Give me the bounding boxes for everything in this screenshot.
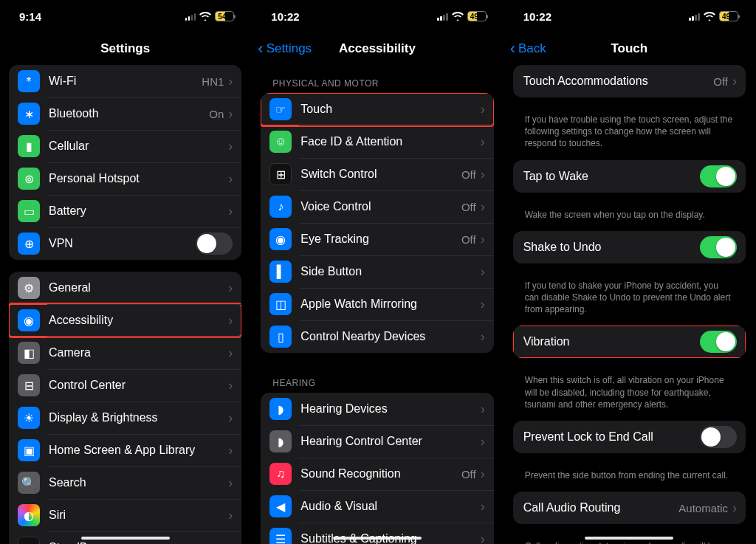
eye-tracking-row[interactable]: ◉Eye TrackingOff› [261,223,493,255]
row-label: Touch Accommodations [523,75,714,88]
toggle-knob [701,427,721,447]
chevron-right-icon: › [228,75,233,88]
chevron-right-icon: › [228,411,233,424]
cellular-signal-icon [185,13,196,21]
bluetooth-row[interactable]: ∗BluetoothOn› [9,97,241,130]
toggle-knob [716,332,735,351]
setting-group: Touch AccommodationsOff› [513,65,746,97]
voice-control-row[interactable]: ♪Voice ControlOff› [261,190,493,223]
chevron-right-icon: › [481,435,485,448]
side-button-row[interactable]: ▌Side Button› [261,255,493,288]
wifi-icon [704,12,715,21]
wi-fi-row[interactable]: ＊Wi-FiHN1› [9,65,241,97]
vibration-row[interactable]: Vibration [513,326,746,358]
home-indicator[interactable] [81,537,170,540]
accessibility-icon: ◉ [18,309,40,331]
chevron-right-icon: › [481,500,485,513]
row-label: Display & Brightness [49,411,228,424]
faceid-icon: ☺ [269,131,292,153]
camera-row[interactable]: ◧Camera› [9,337,241,369]
row-label: Apple Watch Mirroring [300,297,480,311]
siri-row[interactable]: ◐Siri› [9,499,241,531]
vpn-row[interactable]: ⊕VPN [9,227,241,260]
page-title: Touch [611,41,647,56]
chevron-right-icon: › [228,140,233,153]
row-label: Control Nearby Devices [300,330,480,343]
subtitles-captioning-row[interactable]: ☰Subtitles & Captioning› [261,523,493,544]
display-brightness-row[interactable]: ☀Display & Brightness› [9,402,241,434]
cellular-row[interactable]: ▮Cellular› [9,130,241,162]
hearing-group: ◗Hearing Devices›◗Hearing Control Center… [261,393,493,544]
row-label: Tap to Wake [523,170,700,183]
audio-visual-row[interactable]: ◀Audio & Visual› [261,490,493,523]
settings-scroll[interactable]: ＊Wi-FiHN1›∗BluetoothOn›▮Cellular›⊚Person… [0,65,250,544]
back-button[interactable]: ‹ Back [510,32,546,65]
cellular-signal-icon [689,13,700,21]
row-label: Call Audio Routing [523,501,679,514]
chevron-right-icon: › [228,379,233,392]
row-label: Wi-Fi [49,75,202,88]
personal-hotspot-row[interactable]: ⊚Personal Hotspot› [9,162,241,195]
connectivity-group: ＊Wi-FiHN1›∗BluetoothOn›▮Cellular›⊚Person… [9,65,241,260]
navbar: ‹ Settings Accessibility [252,32,502,65]
control-nearby-devices-row[interactable]: ▯Control Nearby Devices› [261,320,493,353]
settings-panel: 9:14 54 Settings ＊Wi-FiHN1›∗BluetoothOn›… [0,0,252,544]
general-row[interactable]: ⚙General› [9,272,241,304]
hearing-devices-row[interactable]: ◗Hearing Devices› [261,393,493,425]
back-button[interactable]: ‹ Settings [258,32,312,65]
tap-to-wake-row[interactable]: Tap to Wake [513,160,746,193]
face-id-attention-row[interactable]: ☺Face ID & Attention› [261,125,493,158]
accessibility-scroll[interactable]: PHYSICAL AND MOTOR ☞Touch›☺Face ID & Att… [252,65,502,544]
row-label: Audio & Visual [300,500,480,513]
toggle-switch[interactable] [196,233,233,255]
toggle-switch[interactable] [700,236,737,258]
setting-group: Call Audio RoutingAutomatic› [513,492,746,524]
chevron-right-icon: › [481,402,485,416]
call-audio-routing-row[interactable]: Call Audio RoutingAutomatic› [513,492,746,524]
toggle-switch[interactable] [700,331,737,353]
battery-row[interactable]: ▭Battery› [9,195,241,227]
accessibility-panel: 10:22 49 ‹ Settings Accessibility PHYSIC… [252,0,504,544]
toggle-switch[interactable] [700,165,737,187]
cellular-icon: ▮ [18,135,40,157]
toggle-knob [716,167,735,186]
row-label: Hearing Control Center [300,435,480,448]
accessibility-row[interactable]: ◉Accessibility› [9,304,241,337]
home-screen-app-library-row[interactable]: ▣Home Screen & App Library› [9,434,241,466]
chevron-left-icon: ‹ [510,41,515,57]
home-indicator[interactable] [585,537,673,540]
row-label: Eye Tracking [300,233,461,246]
switch-control-row[interactable]: ⊞Switch ControlOff› [261,158,493,190]
touch-accommodations-row[interactable]: Touch AccommodationsOff› [513,65,746,97]
status-indicators: 54 [185,11,235,21]
watch-mirroring-icon: ◫ [269,293,292,315]
chevron-right-icon: › [228,444,233,457]
row-value: Off [461,468,476,481]
chevron-right-icon: › [732,75,737,88]
hearing-control-center-row[interactable]: ◗Hearing Control Center› [261,425,493,458]
sound-recognition-row[interactable]: ♫Sound RecognitionOff› [261,458,493,490]
search-row[interactable]: 🔍Search› [9,466,241,499]
row-label: Control Center [49,379,228,392]
row-label: Touch [300,103,480,116]
toggle-knob [197,234,216,253]
row-label: Switch Control [300,168,461,181]
control-center-row[interactable]: ⊟Control Center› [9,369,241,402]
general-group: ⚙General›◉Accessibility›◧Camera›⊟Control… [9,272,241,544]
section-header-hearing: HEARING [261,365,493,393]
home-indicator[interactable] [333,537,422,540]
status-bar: 10:22 49 [504,0,755,32]
shake-to-undo-row[interactable]: Shake to Undo [513,231,746,264]
vpn-icon: ⊕ [18,233,40,255]
physical-motor-group: ☞Touch›☺Face ID & Attention›⊞Switch Cont… [261,93,493,353]
touch-scroll[interactable]: Touch AccommodationsOff›If you have trou… [504,65,755,544]
general-icon: ⚙ [18,277,40,299]
chevron-right-icon: › [228,281,233,295]
setting-group: Vibration [513,326,746,358]
toggle-switch[interactable] [700,426,737,448]
prevent-lock-to-end-call-row[interactable]: Prevent Lock to End Call [513,421,746,453]
setting-footer: If you have trouble using the touch scre… [513,109,746,160]
setting-group: Shake to Undo [513,231,746,264]
touch-row[interactable]: ☞Touch› [261,93,493,125]
apple-watch-mirroring-row[interactable]: ◫Apple Watch Mirroring› [261,288,493,320]
